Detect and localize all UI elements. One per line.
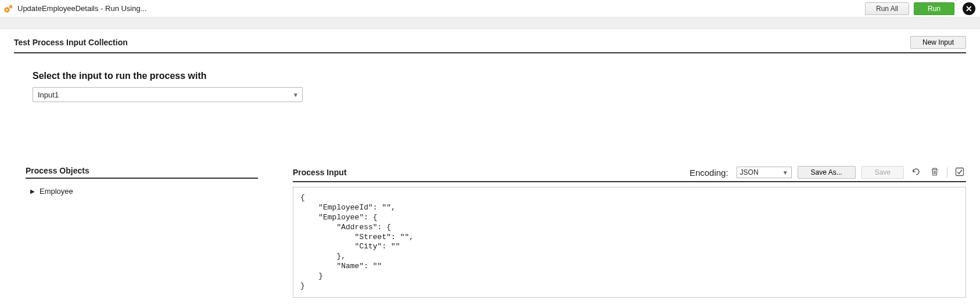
input-select-dropdown[interactable]: Input1 ▼ [33,87,303,102]
tree-item-employee[interactable]: ▶ Employee [26,183,258,196]
input-select-label: Select the input to run the process with [33,71,966,81]
svg-point-1 [6,9,8,10]
delete-button[interactable] [928,166,941,179]
encoding-label: Encoding: [690,168,728,178]
header-right: Run All Run ✕ [865,2,975,15]
run-all-button[interactable]: Run All [865,2,909,15]
input-select-region: Select the input to run the process with… [33,71,966,102]
save-button: Save [861,166,904,179]
separator [947,167,947,178]
tree-item-label: Employee [40,187,73,196]
encoding-select[interactable]: JSON ▼ [737,167,792,178]
save-as-button[interactable]: Save As... [798,166,856,179]
undo-icon [911,167,921,179]
process-input-title: Process Input [293,168,347,177]
toolbar-strip [0,17,980,29]
process-input-header: Process Input Encoding: JSON ▼ Save As..… [293,166,966,182]
svg-rect-4 [956,168,964,175]
validate-button[interactable] [953,166,966,179]
input-select-value: Input1 [38,91,59,99]
check-box-icon [954,167,965,179]
header-left: UpdateEmployeeDetails - Run Using... [3,3,147,14]
collection-title: Test Process Input Collection [14,38,128,47]
main-row: Process Objects ▶ Employee Process Input… [0,166,980,298]
window-header: UpdateEmployeeDetails - Run Using... Run… [0,0,980,17]
process-input-panel: Process Input Encoding: JSON ▼ Save As..… [293,166,966,298]
undo-button[interactable] [910,166,922,179]
process-input-controls: Encoding: JSON ▼ Save As... Save [690,166,966,179]
close-icon: ✕ [965,4,972,13]
trash-icon [930,167,939,178]
json-editor[interactable]: { "EmployeeId": "", "Employee": { "Addre… [293,187,966,298]
caret-right-icon: ▶ [30,188,35,194]
chevron-down-icon: ▼ [782,169,788,176]
process-objects-header: Process Objects [26,166,258,179]
encoding-value: JSON [740,168,759,176]
run-button[interactable]: Run [914,2,954,15]
process-objects-panel: Process Objects ▶ Employee [26,166,258,298]
collection-section-header: Test Process Input Collection New Input [14,36,966,53]
process-objects-title: Process Objects [26,166,89,175]
window-title: UpdateEmployeeDetails - Run Using... [17,4,147,13]
chevron-down-icon: ▼ [293,92,299,98]
svg-point-3 [10,6,12,7]
new-input-button[interactable]: New Input [910,36,966,49]
gear-icon [3,3,14,14]
close-button[interactable]: ✕ [963,2,975,15]
